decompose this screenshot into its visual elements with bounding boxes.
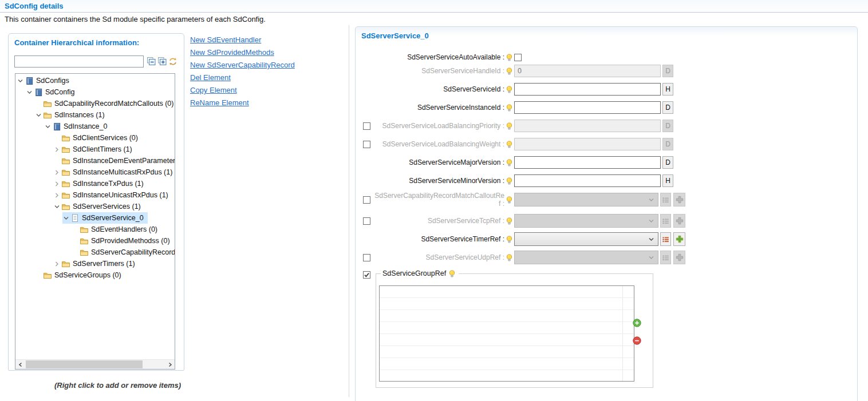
tree-row-sdservercapabilityrecords-0: SdServerCapabilityRecords (0) bbox=[15, 247, 175, 258]
scroll-left-icon[interactable] bbox=[15, 360, 25, 369]
tree-item-sdcapabilityrecordmatchcallouts-0[interactable]: SdCapabilityRecordMatchCallouts (0) bbox=[35, 98, 175, 109]
format-button[interactable]: H bbox=[662, 174, 673, 187]
chevron-right-icon[interactable] bbox=[53, 180, 61, 187]
field-control bbox=[514, 65, 661, 77]
link-rename-element[interactable]: ReName Element bbox=[190, 98, 295, 107]
service-group-row[interactable] bbox=[380, 310, 634, 322]
tree-item-sdclientservices-0[interactable]: SdClientServices (0) bbox=[53, 132, 142, 144]
tree-item-sdclienttimers-1[interactable]: SdClientTimers (1) bbox=[53, 144, 136, 155]
format-button[interactable]: H bbox=[662, 83, 673, 96]
refresh-icon[interactable] bbox=[168, 57, 177, 66]
sdserverservicemajorversion-input[interactable] bbox=[514, 156, 661, 169]
plus-icon bbox=[673, 214, 685, 228]
tree-item-sdinstancedemeventparameters[interactable]: SdInstanceDemEventParameters bbox=[53, 155, 175, 166]
tree-row-sdinstanceunicastrxpdus-1: SdInstanceUnicastRxPdus (1) bbox=[15, 189, 175, 201]
field-label: SdServerServiceInstanceId : bbox=[373, 104, 504, 112]
module-icon bbox=[25, 77, 34, 85]
sdserverserviceautoavailable-checkbox[interactable] bbox=[514, 54, 522, 61]
tree-item-sdinstanceunicastrxpdus-1[interactable]: SdInstanceUnicastRxPdus (1) bbox=[53, 189, 172, 201]
link-new-sdprovidedmethods[interactable]: New SdProvidedMethods bbox=[190, 48, 295, 57]
sdserverserviceminorversion-row: SdServerServiceMinorVersion :H bbox=[356, 174, 857, 188]
chevron-down-icon[interactable] bbox=[17, 77, 24, 84]
service-group-row[interactable] bbox=[380, 322, 634, 334]
sdserverserviceminorversion-input[interactable] bbox=[514, 174, 661, 187]
link-new-sdservercapabilityrecord[interactable]: New SdServerCapabilityRecord bbox=[190, 61, 295, 69]
chevron-right-icon[interactable] bbox=[53, 169, 61, 176]
sdserverserviceudpref-enable-checkbox[interactable] bbox=[363, 254, 370, 261]
tree-item-label: SdCapabilityRecordMatchCallouts (0) bbox=[54, 100, 173, 108]
link-copy-element[interactable]: Copy Element bbox=[190, 86, 295, 94]
tree-item-label: SdInstance_0 bbox=[64, 122, 107, 130]
folder-icon bbox=[61, 157, 70, 165]
chevron-right-icon[interactable] bbox=[53, 146, 61, 153]
tree-item-sdinstancetxpdus-1[interactable]: SdInstanceTxPdus (1) bbox=[53, 178, 148, 189]
link-del-element[interactable]: Del Element bbox=[190, 73, 295, 82]
field-control bbox=[514, 54, 522, 61]
tree-item-sdservicegroups-0[interactable]: SdServiceGroups (0) bbox=[35, 269, 125, 281]
expand-all-icon[interactable] bbox=[157, 57, 167, 66]
link-new-sdeventhandler[interactable]: New SdEventHandler bbox=[190, 35, 295, 44]
field-control bbox=[514, 193, 658, 207]
plus-icon[interactable] bbox=[673, 232, 685, 246]
tree-row-sdclienttimers-1: SdClientTimers (1) bbox=[15, 144, 175, 155]
sdserverserviceudpref-row: SdServerServiceUdpRef : bbox=[356, 251, 857, 264]
bulb-icon bbox=[506, 159, 513, 166]
tree-item-sdservercapabilityrecords-0[interactable]: SdServerCapabilityRecords (0) bbox=[72, 247, 175, 258]
tree-item-sdinstance-0[interactable]: SdInstance_0 bbox=[44, 121, 111, 132]
service-group-row[interactable] bbox=[380, 370, 634, 382]
sdserverservicetcpref-enable-checkbox[interactable] bbox=[363, 217, 370, 225]
optional-col bbox=[363, 217, 373, 225]
tree-item-sdconfigs[interactable]: SdConfigs bbox=[17, 75, 73, 86]
minus-circle-icon[interactable] bbox=[633, 336, 641, 345]
tree-item-sdservertimers-1[interactable]: SdServerTimers (1) bbox=[53, 258, 139, 269]
tree-item-sdeventhandlers-0[interactable]: SdEventHandlers (0) bbox=[72, 224, 161, 235]
tree-row-sdservertimers-1: SdServerTimers (1) bbox=[15, 258, 175, 269]
scroll-right-icon[interactable] bbox=[165, 360, 175, 369]
service-group-row[interactable] bbox=[380, 346, 634, 358]
sdserverserviceloadbalancingweight-enable-checkbox[interactable] bbox=[363, 141, 370, 148]
module-icon bbox=[52, 122, 61, 131]
chevron-right-icon[interactable] bbox=[53, 260, 61, 267]
sdservercapabilityrecordmatchcalloutref-enable-checkbox[interactable] bbox=[363, 196, 370, 204]
sdserverserviceid-input[interactable] bbox=[514, 83, 661, 96]
tree-item-label: SdConfig bbox=[45, 88, 74, 96]
tree-item-sdserverservice-0[interactable]: SdServerService_0 bbox=[62, 212, 148, 224]
chevron-down-icon[interactable] bbox=[62, 215, 70, 221]
optional-col bbox=[363, 196, 373, 204]
sdserverserviceloadbalancingpriority-enable-checkbox[interactable] bbox=[363, 122, 370, 130]
format-button[interactable]: D bbox=[662, 101, 673, 114]
tree-item-sdserverservices-1[interactable]: SdServerServices (1) bbox=[53, 201, 145, 212]
folder-icon bbox=[61, 180, 70, 188]
tree-item-sdprovidedmethodss-0[interactable]: SdProvidedMethodss (0) bbox=[72, 235, 174, 247]
sdserverservicetimerref-dropdown[interactable] bbox=[514, 232, 658, 246]
service-group-row[interactable] bbox=[380, 286, 634, 298]
tree-item-sdinstancemulticastrxpdus-1[interactable]: SdInstanceMulticastRxPdus (1) bbox=[53, 166, 175, 178]
chevron-down-icon[interactable] bbox=[44, 123, 52, 130]
plus-circle-icon[interactable] bbox=[633, 319, 641, 327]
service-group-row[interactable] bbox=[380, 298, 634, 310]
field-label: SdServerServiceAutoAvailable : bbox=[373, 53, 504, 61]
list-icon[interactable] bbox=[660, 232, 671, 246]
sdservercapabilityrecordmatchcalloutref-dropdown bbox=[514, 193, 658, 207]
scrollbar-thumb[interactable] bbox=[26, 360, 143, 368]
tree-row-sdclientservices-0: SdClientServices (0) bbox=[15, 132, 175, 144]
service-group-row[interactable] bbox=[380, 358, 634, 370]
tree-item-label: SdInstances (1) bbox=[54, 111, 105, 119]
chevron-down-icon[interactable] bbox=[26, 89, 33, 96]
chevron-right-icon[interactable] bbox=[53, 192, 61, 198]
service-group-row[interactable] bbox=[380, 334, 634, 346]
tree-item-sdconfig[interactable]: SdConfig bbox=[26, 86, 78, 98]
search-input[interactable] bbox=[14, 55, 144, 68]
sdserverserviceinstanceid-input[interactable] bbox=[514, 101, 661, 114]
sdservicegroupref-checkbox[interactable] bbox=[363, 271, 370, 279]
service-group-table[interactable] bbox=[379, 285, 634, 382]
list-icon bbox=[660, 214, 671, 228]
bulb-icon bbox=[506, 68, 513, 75]
format-button[interactable]: D bbox=[662, 156, 673, 169]
tree-item-sdinstances-1[interactable]: SdInstances (1) bbox=[35, 109, 109, 121]
chevron-down-icon[interactable] bbox=[35, 112, 42, 118]
tree-horizontal-scrollbar[interactable] bbox=[15, 359, 175, 369]
chevron-down-icon[interactable] bbox=[53, 203, 61, 210]
collapse-all-icon[interactable] bbox=[147, 57, 156, 66]
page-title: SdConfig details bbox=[5, 2, 64, 10]
